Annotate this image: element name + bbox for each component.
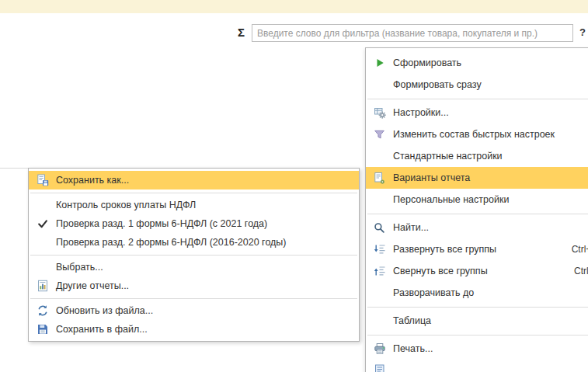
variants-submenu-item-label: Обновить из файла... bbox=[56, 305, 153, 316]
actions-menu-item-shortcut: Ctrl+Shif bbox=[553, 244, 588, 255]
save-to-file-icon bbox=[36, 323, 49, 336]
save-as-icon bbox=[36, 174, 49, 187]
no-icon bbox=[36, 261, 49, 274]
actions-menu-separator bbox=[366, 210, 588, 217]
actions-menu-item-standard-settings[interactable]: Стандартные настройки bbox=[366, 145, 588, 167]
actions-menu-item-label: Настройки... bbox=[393, 107, 449, 118]
report-variants-submenu: Сохранить как...Контроль сроков уплаты Н… bbox=[28, 168, 360, 342]
sum-icon[interactable]: Σ bbox=[238, 26, 245, 39]
actions-menu-item-label: Формировать сразу bbox=[393, 79, 482, 90]
actions-menu-item-personal-settings[interactable]: Персональные настройки bbox=[366, 189, 588, 210]
actions-menu-item-label: Стандартные настройки bbox=[393, 151, 503, 162]
no-icon bbox=[373, 287, 386, 300]
no-icon bbox=[36, 236, 49, 249]
no-icon bbox=[373, 315, 386, 328]
actions-menu-item-generate[interactable]: Сформировать bbox=[366, 52, 588, 74]
actions-menu-item-print[interactable]: Печать... bbox=[366, 338, 588, 360]
filter-input[interactable] bbox=[252, 24, 573, 42]
variants-submenu-item-label: Проверка разд. 1 формы 6-НДФЛ (с 2021 го… bbox=[56, 218, 267, 229]
print-icon bbox=[373, 342, 386, 356]
actions-menu-separator bbox=[366, 332, 588, 338]
actions-menu-item-label: Свернуть все группы bbox=[393, 266, 488, 276]
actions-menu-item-edit-quick-settings[interactable]: Изменить состав быстрых настроек bbox=[366, 123, 588, 145]
actions-menu-item-collapse-all-groups[interactable]: Свернуть все группыCtrl+Shi bbox=[366, 260, 588, 282]
actions-menu-item-label: Найти... bbox=[393, 222, 429, 233]
variants-submenu-item-label: Другие отчеты... bbox=[56, 280, 129, 291]
filter-icon bbox=[373, 128, 386, 141]
actions-menu-item-label: Изменить состав быстрых настроек bbox=[393, 129, 555, 140]
actions-menu-item-expand-to[interactable]: Разворачивать до bbox=[366, 282, 588, 304]
search-icon bbox=[373, 221, 386, 235]
actions-menu-item-expand-all-groups[interactable]: Развернуть все группыCtrl+Shif bbox=[366, 238, 588, 260]
other-reports-icon bbox=[36, 280, 49, 293]
variants-submenu-item-other-reports[interactable]: Другие отчеты... bbox=[29, 276, 359, 295]
actions-menu-item-partial-bottom-item[interactable] bbox=[366, 360, 588, 372]
actions-menu-item-report-variants[interactable]: Варианты отчета bbox=[366, 167, 588, 189]
report-variants-icon bbox=[373, 172, 386, 185]
variants-submenu-item-save-to-file[interactable]: Сохранить в файл... bbox=[29, 320, 359, 339]
actions-menu-item-find[interactable]: Найти... bbox=[366, 217, 588, 238]
variants-submenu-item-update-from-file[interactable]: Обновить из файла... bbox=[29, 301, 359, 320]
actions-menu-separator bbox=[366, 304, 588, 310]
actions-menu-item-label: Развернуть все группы bbox=[393, 244, 496, 255]
actions-menu-item-generate-immediately[interactable]: Формировать сразу bbox=[366, 74, 588, 96]
actions-menu-item-label: Печать... bbox=[393, 343, 433, 354]
variants-submenu-item-variant-6ndfl-section1[interactable]: Проверка разд. 1 формы 6-НДФЛ (с 2021 го… bbox=[29, 214, 359, 233]
no-icon bbox=[373, 150, 386, 163]
variants-submenu-item-label: Выбрать... bbox=[56, 262, 103, 273]
variants-submenu-separator bbox=[29, 295, 359, 301]
actions-menu-item-settings[interactable]: Настройки... bbox=[366, 102, 588, 123]
variants-submenu-separator bbox=[29, 189, 359, 196]
variants-submenu-item-save-as[interactable]: Сохранить как... bbox=[29, 171, 359, 189]
collapse-icon bbox=[373, 265, 386, 278]
top-accent-bar bbox=[0, 0, 588, 13]
settings-icon bbox=[373, 106, 386, 120]
variants-submenu-item-label: Контроль сроков уплаты НДФЛ bbox=[56, 200, 196, 210]
variants-submenu-item-label: Сохранить как... bbox=[56, 175, 129, 186]
report-actions-menu: СформироватьФормировать сразуНастройки..… bbox=[365, 47, 588, 372]
actions-menu-separator bbox=[366, 96, 588, 102]
variants-submenu-item-choose[interactable]: Выбрать... bbox=[29, 258, 359, 276]
update-from-file-icon bbox=[36, 304, 49, 318]
variants-submenu-item-label: Проверка разд. 2 формы 6-НДФЛ (2016-2020… bbox=[56, 237, 287, 248]
actions-menu-item-label: Сформировать bbox=[393, 57, 461, 68]
help-button[interactable]: ? bbox=[579, 26, 586, 38]
actions-menu-item-shortcut: Ctrl+Shi bbox=[555, 266, 588, 276]
variants-submenu-separator bbox=[29, 252, 359, 258]
check-icon bbox=[36, 217, 49, 231]
run-icon bbox=[373, 57, 386, 70]
variants-submenu-item-variant-6ndfl-section2[interactable]: Проверка разд. 2 формы 6-НДФЛ (2016-2020… bbox=[29, 233, 359, 252]
actions-menu-item-table[interactable]: Таблица bbox=[366, 310, 588, 332]
no-icon bbox=[373, 193, 386, 207]
actions-menu-item-label: Варианты отчета bbox=[393, 172, 470, 183]
variants-submenu-item-variant-ndfl-payment-control[interactable]: Контроль сроков уплаты НДФЛ bbox=[29, 196, 359, 214]
variants-submenu-item-label: Сохранить в файл... bbox=[56, 324, 148, 335]
no-icon bbox=[373, 78, 386, 92]
document-icon bbox=[373, 364, 386, 372]
actions-menu-item-label: Таблица bbox=[393, 315, 431, 326]
no-icon bbox=[36, 199, 49, 212]
actions-menu-item-label: Персональные настройки bbox=[393, 194, 509, 205]
actions-menu-item-label: Разворачивать до bbox=[393, 287, 474, 298]
expand-icon bbox=[373, 243, 386, 256]
